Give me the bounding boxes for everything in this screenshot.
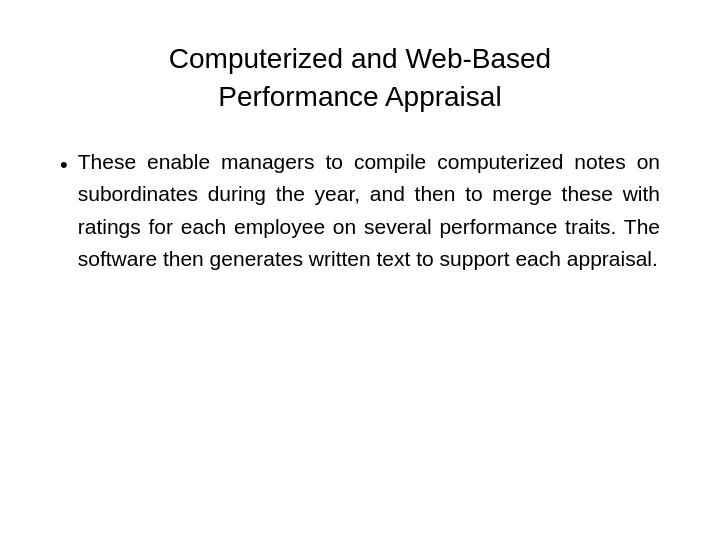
title-line1: Computerized and Web-Based (169, 43, 551, 74)
slide-container: Computerized and Web-Based Performance A… (0, 0, 720, 540)
slide-title: Computerized and Web-Based Performance A… (60, 40, 660, 116)
bullet-dot: • (60, 148, 68, 181)
content-block: • These enable managers to compile compu… (60, 146, 660, 276)
title-block: Computerized and Web-Based Performance A… (60, 40, 660, 116)
title-line2: Performance Appraisal (218, 81, 501, 112)
bullet-text: These enable managers to compile compute… (78, 146, 660, 276)
bullet-item: • These enable managers to compile compu… (60, 146, 660, 276)
